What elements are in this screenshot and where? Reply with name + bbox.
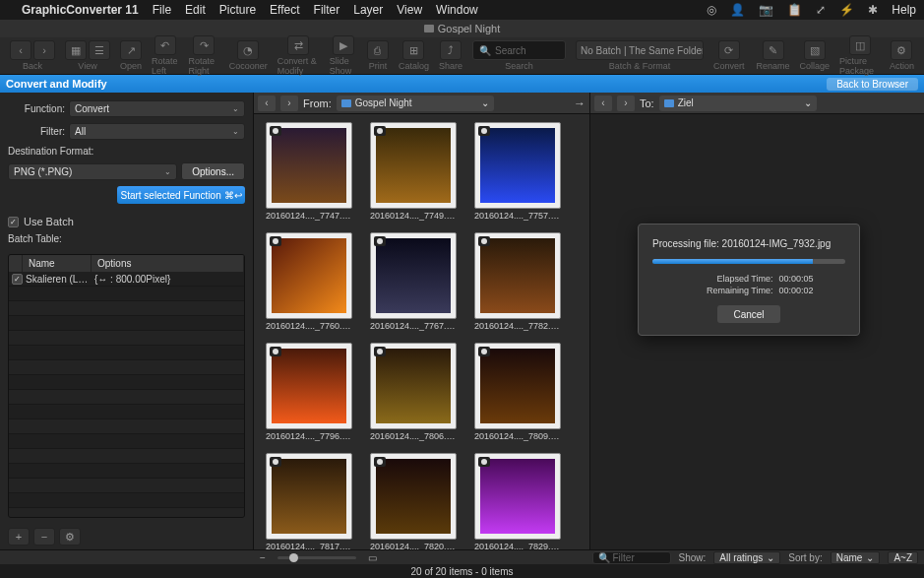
menu-view[interactable]: View <box>397 3 422 17</box>
go-arrow-icon[interactable]: → <box>574 96 585 110</box>
col-name[interactable]: Name <box>23 255 92 272</box>
thumbnail[interactable]: 20160124...._7809.jpg <box>474 343 561 441</box>
zoom-out-icon[interactable]: − <box>260 552 266 563</box>
sort-order-select[interactable]: A~Z <box>888 551 918 564</box>
window-title: Gospel Night <box>438 23 501 34</box>
show-select[interactable]: All ratings⌄ <box>713 551 780 564</box>
convert-button[interactable]: ⟳ <box>718 40 740 60</box>
rename-button[interactable]: ✎ <box>763 40 784 60</box>
row-name: Skalieren (Längs... <box>23 274 92 285</box>
thumbnail[interactable]: 20160124...._7820.jpg <box>370 453 457 549</box>
thumbnail[interactable]: 20160124...._7760.jpg <box>266 232 352 331</box>
rename-label: Rename <box>757 61 790 71</box>
thumbnail[interactable]: 20160124...._7767.jpg <box>370 232 457 331</box>
options-button[interactable]: Options... <box>181 162 245 180</box>
col-options[interactable]: Options <box>92 255 244 272</box>
menu-filter[interactable]: Filter <box>314 3 340 17</box>
src-back-button[interactable]: ‹ <box>258 96 276 111</box>
filter-select[interactable]: All⌄ <box>69 123 245 140</box>
back-button[interactable]: ‹ <box>10 40 31 60</box>
camera-badge-icon <box>478 347 490 356</box>
rotate-left-button[interactable]: ↶ <box>154 35 176 55</box>
dest-format-select[interactable]: PNG (*.PNG)⌄ <box>8 163 177 180</box>
toolbar-search[interactable]: 🔍Search <box>472 40 566 60</box>
picture-package-button[interactable]: ◫ <box>849 35 871 55</box>
add-batch-button[interactable]: + <box>8 528 30 546</box>
start-function-button[interactable]: Start selected Function ⌘↩︎ <box>117 186 245 204</box>
zoom-slider[interactable] <box>277 556 356 559</box>
catalog-button[interactable]: ⊞ <box>402 40 424 60</box>
menu-bar: GraphicConverter 11 File Edit Picture Ef… <box>0 0 924 20</box>
src-fwd-button[interactable]: › <box>280 96 298 111</box>
dst-fwd-button[interactable]: › <box>617 96 635 111</box>
print-button[interactable]: ⎙ <box>367 40 389 60</box>
filter-bar: − ▭ 🔍Filter Show: All ratings⌄ Sort by: … <box>0 549 924 564</box>
view-list-button[interactable]: ☰ <box>89 40 110 60</box>
app-menu[interactable]: GraphicConverter 11 <box>22 3 139 17</box>
dest-format-label: Destination Format: <box>8 146 245 157</box>
thumbnail[interactable]: 20160124...._7829.jpg <box>474 453 561 549</box>
thumbnail[interactable]: 20160124...._7806.jpg <box>370 343 457 441</box>
open-button[interactable]: ↗ <box>120 40 142 60</box>
thumbnail-filename: 20160124...._7796.jpg <box>266 431 352 441</box>
search-label: Search <box>505 61 533 71</box>
action-button[interactable]: ⚙ <box>891 40 912 60</box>
expand-icon[interactable]: ⤢ <box>816 3 826 17</box>
menu-edit[interactable]: Edit <box>185 3 206 17</box>
thumbnail-filename: 20160124...._7806.jpg <box>370 431 457 441</box>
clipboard-icon[interactable]: 📋 <box>787 3 802 17</box>
batch-format-select[interactable]: No Batch | The Same Folder | p... <box>576 40 704 60</box>
menu-file[interactable]: File <box>153 3 171 17</box>
remove-batch-button[interactable]: − <box>33 528 55 546</box>
record-icon[interactable]: ◎ <box>707 3 716 17</box>
menu-layer[interactable]: Layer <box>353 3 383 17</box>
batch-gear-button[interactable]: ⚙ <box>59 528 81 546</box>
folder-icon <box>664 99 674 107</box>
slideshow-button[interactable]: ▶ <box>333 35 354 55</box>
thumbnail[interactable]: 20160124...._7757.jpg <box>474 122 561 221</box>
filter-input[interactable]: 🔍Filter <box>592 551 671 564</box>
remaining-label: Remaining Time: <box>684 286 772 295</box>
view-grid-button[interactable]: ▦ <box>65 40 87 60</box>
fwd-button[interactable]: › <box>33 40 55 60</box>
share-button[interactable]: ⤴ <box>440 40 462 60</box>
menu-picture[interactable]: Picture <box>219 3 256 17</box>
back-to-browser-button[interactable]: Back to Browser <box>827 78 918 91</box>
sort-select[interactable]: Name⌄ <box>831 551 881 564</box>
menu-help[interactable]: Help <box>892 3 916 17</box>
camera-icon[interactable]: 📷 <box>759 3 773 17</box>
share-label: Share <box>439 61 462 71</box>
use-batch-checkbox[interactable]: ✓ <box>8 217 19 227</box>
thumbnail[interactable]: 20160124...._7747.jpg <box>266 122 352 221</box>
dst-back-button[interactable]: ‹ <box>594 96 612 111</box>
rotate-right-button[interactable]: ↷ <box>193 35 215 55</box>
thumbnail[interactable]: 20160124...._7782.jpg <box>474 232 561 331</box>
action-label: Action <box>890 61 914 71</box>
function-select[interactable]: Convert⌄ <box>69 100 245 117</box>
source-navbar: ‹ › From: Gospel Night⌄ → <box>254 93 589 114</box>
table-row[interactable]: ✓ Skalieren (Längs... {↔ : 800.00Pixel} <box>9 272 244 287</box>
dst-folder-select[interactable]: Ziel⌄ <box>659 96 817 111</box>
collage-button[interactable]: ▧ <box>804 40 826 60</box>
menu-window[interactable]: Window <box>436 3 478 17</box>
mode-header: Convert and Modify Back to Browser <box>0 75 924 93</box>
coc-label: Cocooner <box>229 61 268 71</box>
batch-table: Name Options ✓ Skalieren (Längs... {↔ : … <box>8 254 245 518</box>
bolt-icon[interactable]: ⚡ <box>839 3 854 17</box>
row-checkbox[interactable]: ✓ <box>12 274 23 285</box>
folder-icon <box>424 25 434 32</box>
thumbnail[interactable]: 20160124...._7817.jpg <box>266 453 352 549</box>
progress-bar <box>652 259 845 264</box>
thumbnail-filename: 20160124...._7747.jpg <box>266 211 352 221</box>
convert-modify-button[interactable]: ⇄ <box>287 35 309 55</box>
menu-effect[interactable]: Effect <box>270 3 299 17</box>
thumbnail[interactable]: 20160124...._7796.jpg <box>266 343 352 441</box>
zoom-in-icon[interactable]: ▭ <box>368 552 377 563</box>
cancel-button[interactable]: Cancel <box>717 305 779 323</box>
cocooner-button[interactable]: ◔ <box>237 40 259 60</box>
src-folder-select[interactable]: Gospel Night⌄ <box>337 96 494 111</box>
gear-icon[interactable]: ✱ <box>868 3 878 17</box>
thumbnail[interactable]: 20160124...._7749.jpg <box>370 122 457 221</box>
to-label: To: <box>640 97 654 109</box>
user-icon[interactable]: 👤 <box>730 3 745 17</box>
